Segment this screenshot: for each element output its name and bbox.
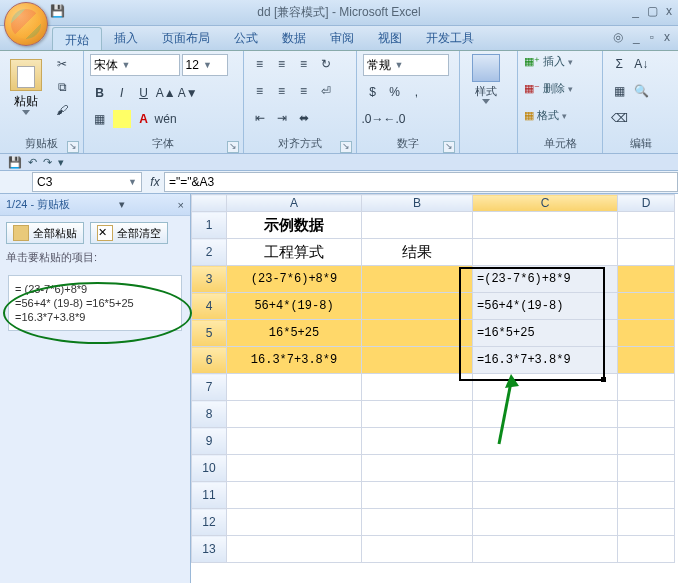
cell[interactable] <box>473 428 618 455</box>
cell[interactable] <box>473 455 618 482</box>
qat-save-icon[interactable]: 💾 <box>8 156 22 169</box>
paste-all-button[interactable]: 全部粘贴 <box>6 222 84 244</box>
fx-icon[interactable]: fx <box>146 175 164 189</box>
cell[interactable] <box>473 482 618 509</box>
percent-icon[interactable]: % <box>386 83 404 101</box>
cell[interactable] <box>618 239 675 266</box>
spreadsheet-grid[interactable]: A B C D 1 示例数据 2 工程算式 结果 3 (23-7*6)+8*9 … <box>191 194 678 583</box>
tab-insert[interactable]: 插入 <box>102 26 150 50</box>
help-icon[interactable]: ◎ <box>613 30 623 44</box>
underline-button[interactable]: U <box>135 83 153 103</box>
cell[interactable] <box>362 293 473 320</box>
cut-icon[interactable]: ✂ <box>53 55 71 73</box>
cell[interactable] <box>473 374 618 401</box>
cell[interactable] <box>362 401 473 428</box>
qat-save-icon[interactable]: 💾 <box>50 4 64 18</box>
find-select-icon[interactable]: 🔍 <box>632 82 650 100</box>
col-header-b[interactable]: B <box>362 195 473 212</box>
tab-home[interactable]: 开始 <box>52 27 102 50</box>
tab-developer[interactable]: 开发工具 <box>414 26 486 50</box>
cell[interactable] <box>618 374 675 401</box>
font-size-select[interactable]: 12▼ <box>182 54 228 76</box>
qat-dropdown-icon[interactable]: ▾ <box>58 156 64 169</box>
close-icon[interactable]: x <box>666 4 672 18</box>
cell[interactable] <box>227 482 362 509</box>
phonetic-icon[interactable]: wén <box>157 110 175 128</box>
cell[interactable] <box>362 455 473 482</box>
font-color-icon[interactable]: A <box>135 110 153 128</box>
pane-close-icon[interactable]: × <box>175 199 184 211</box>
row-header[interactable]: 1 <box>192 212 227 239</box>
row-header[interactable]: 5 <box>192 320 227 347</box>
cell[interactable] <box>227 536 362 563</box>
row-header[interactable]: 13 <box>192 536 227 563</box>
cell[interactable]: 16*5+25 <box>227 320 362 347</box>
tab-layout[interactable]: 页面布局 <box>150 26 222 50</box>
cell[interactable] <box>227 428 362 455</box>
chevron-down-icon[interactable] <box>22 110 30 115</box>
copy-icon[interactable]: ⧉ <box>53 78 71 96</box>
increase-decimal-icon[interactable]: .0→ <box>364 110 382 128</box>
col-header-d[interactable]: D <box>618 195 675 212</box>
align-center-icon[interactable]: ≡ <box>273 82 291 100</box>
number-dialog-icon[interactable]: ↘ <box>443 141 455 153</box>
col-header-c[interactable]: C <box>473 195 618 212</box>
font-dialog-icon[interactable]: ↘ <box>227 141 239 153</box>
name-box[interactable]: C3▼ <box>32 172 142 192</box>
comma-icon[interactable]: , <box>408 83 426 101</box>
paste-button[interactable]: 粘贴 <box>6 59 46 115</box>
row-header[interactable]: 4 <box>192 293 227 320</box>
format-painter-icon[interactable]: 🖌 <box>53 101 71 119</box>
cell[interactable] <box>618 509 675 536</box>
row-header[interactable]: 6 <box>192 347 227 374</box>
cell[interactable] <box>362 482 473 509</box>
shrink-font-icon[interactable]: A▼ <box>179 84 197 102</box>
number-format-select[interactable]: 常规▼ <box>363 54 449 76</box>
tab-data[interactable]: 数据 <box>270 26 318 50</box>
cell[interactable] <box>618 212 675 239</box>
cell[interactable] <box>227 401 362 428</box>
cell[interactable] <box>362 374 473 401</box>
cell[interactable]: 示例数据 <box>227 212 362 239</box>
cell[interactable] <box>227 455 362 482</box>
ribbon-close-icon[interactable]: x <box>664 30 670 44</box>
cell[interactable] <box>473 536 618 563</box>
autosum-icon[interactable]: Σ <box>610 55 628 73</box>
cell[interactable]: 16.3*7+3.8*9 <box>227 347 362 374</box>
formula-input[interactable]: ="="&A3 <box>164 172 678 192</box>
fill-icon[interactable]: ▦ <box>610 82 628 100</box>
cell[interactable]: 结果 <box>362 239 473 266</box>
cell[interactable] <box>362 320 473 347</box>
cell[interactable] <box>227 374 362 401</box>
cell[interactable] <box>618 266 675 293</box>
clipboard-dialog-icon[interactable]: ↘ <box>67 141 79 153</box>
styles-button[interactable]: 样式 <box>466 54 506 104</box>
restore-icon[interactable]: ▢ <box>647 4 658 18</box>
minimize-icon[interactable]: _ <box>632 4 639 18</box>
merge-cells-icon[interactable]: ⬌ <box>295 109 313 127</box>
cell[interactable]: =(23-7*6)+8*9 <box>473 266 618 293</box>
row-header[interactable]: 11 <box>192 482 227 509</box>
cell[interactable]: =16.3*7+3.8*9 <box>473 347 618 374</box>
cell[interactable] <box>473 509 618 536</box>
cell[interactable] <box>473 212 618 239</box>
wrap-text-icon[interactable]: ⏎ <box>317 82 335 100</box>
italic-button[interactable]: I <box>113 83 131 103</box>
row-header[interactable]: 10 <box>192 455 227 482</box>
clear-all-button[interactable]: ✕全部清空 <box>90 222 168 244</box>
tab-view[interactable]: 视图 <box>366 26 414 50</box>
row-header[interactable]: 9 <box>192 428 227 455</box>
increase-indent-icon[interactable]: ⇥ <box>273 109 291 127</box>
align-middle-icon[interactable]: ≡ <box>273 55 291 73</box>
select-all-corner[interactable] <box>192 195 227 212</box>
align-top-icon[interactable]: ≡ <box>251 55 269 73</box>
fill-color-icon[interactable] <box>113 110 131 128</box>
col-header-a[interactable]: A <box>227 195 362 212</box>
insert-cells-button[interactable]: ▦⁺插入▾ <box>524 54 597 69</box>
clipboard-item[interactable]: = (23-7*6)+8*9 =56+4* (19-8) =16*5+25 =1… <box>8 275 182 331</box>
cell[interactable] <box>362 266 473 293</box>
cell[interactable] <box>362 212 473 239</box>
qat-redo-icon[interactable]: ↷ <box>43 156 52 169</box>
orientation-icon[interactable]: ↻ <box>317 55 335 73</box>
cell[interactable] <box>362 347 473 374</box>
